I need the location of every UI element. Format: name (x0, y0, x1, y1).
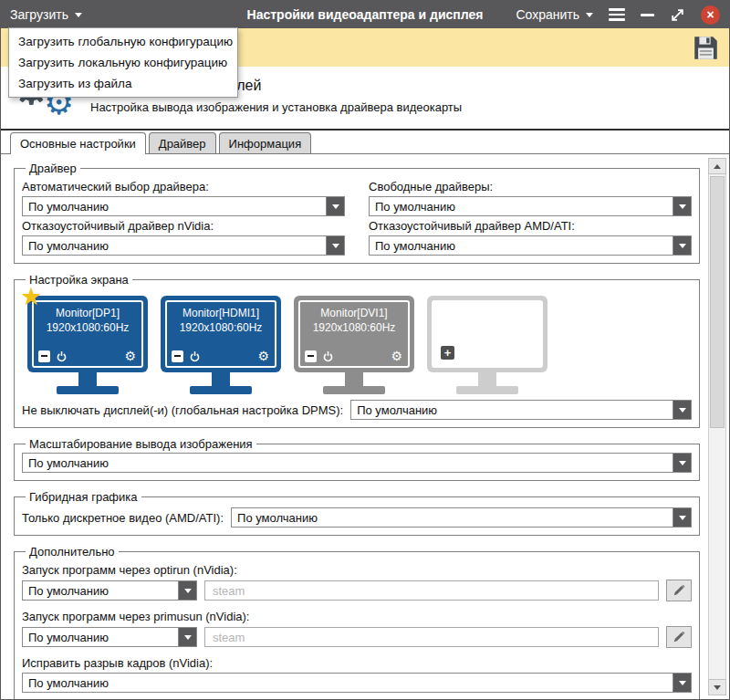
monitor-base (456, 386, 518, 394)
chevron-down-icon (75, 13, 82, 17)
monitor-dvi1[interactable]: Monitor[DVI1] 1920x1080:60Hz ⚙ (294, 296, 414, 394)
titlebar: Настройки видеоадаптера и дисплея Загруз… (1, 1, 729, 28)
monitor-base (190, 386, 252, 394)
free-drivers-label: Свободные драйверы: (369, 180, 692, 193)
save-menu-button[interactable]: Сохранить (516, 7, 593, 22)
dpms-label: Не выключать дисплей(-и) (глобальная нас… (22, 403, 343, 417)
hybrid-group-legend: Гибридная графика (26, 490, 141, 504)
scroll-down-icon[interactable] (708, 679, 726, 695)
load-menu-button[interactable]: Загрузить (10, 7, 82, 22)
monitor-dp1[interactable]: ★ Monitor[DP1] 1920x1080:60Hz (27, 296, 148, 394)
nvidia-fallback-value: По умолчанию (23, 236, 326, 255)
menu-item-load-from-file[interactable]: Загрузить из файла (9, 73, 237, 94)
chevron-down-icon[interactable] (673, 197, 691, 215)
driver-group-legend: Драйвер (26, 162, 80, 175)
extra-group: Дополнительно Запуск программ через opti… (14, 545, 700, 699)
close-icon[interactable]: × (701, 5, 720, 25)
optirun-label: Запуск программ через optirun (nVidia): (22, 563, 692, 577)
tab-bar: Основные настройки Драйвер Информация (1, 131, 729, 154)
monitor-resolution: 1920x1080:60Hz (167, 321, 275, 334)
optirun-programs-input[interactable] (204, 580, 659, 601)
scroll-up-icon[interactable] (708, 158, 726, 174)
scaling-group: Масштабирование вывода изображения По ум… (14, 437, 700, 481)
monitor-stand (212, 372, 230, 386)
discrete-video-label: Только дискретное видео (AMD/ATI): (22, 511, 224, 525)
auto-driver-label: Автоматический выбор драйвера: (22, 180, 345, 193)
discrete-video-value: По умолчанию (232, 508, 673, 527)
primusrun-programs-input[interactable] (204, 627, 659, 647)
free-drivers-value: По умолчанию (370, 197, 673, 215)
chevron-down-icon[interactable] (673, 236, 691, 255)
tab-info[interactable]: Информация (219, 132, 312, 153)
menu-item-load-global-config[interactable]: Загрузить глобальную конфигурацию (9, 31, 237, 52)
discrete-video-combobox[interactable]: По умолчанию (231, 507, 692, 528)
edit-pencil-icon[interactable] (666, 626, 692, 648)
monitor-stand (345, 372, 363, 386)
tearing-value: По умолчанию (23, 674, 673, 692)
chevron-down-icon[interactable] (673, 401, 691, 419)
chevron-down-icon[interactable] (673, 454, 691, 472)
chevron-down-icon[interactable] (326, 197, 344, 215)
maximize-icon[interactable] (670, 7, 685, 23)
monitor-add-slot[interactable]: + (427, 296, 548, 394)
monitor-remove-icon[interactable] (172, 350, 183, 362)
primusrun-combobox[interactable]: По умолчанию (22, 627, 197, 647)
vertical-scrollbar[interactable] (708, 158, 726, 695)
save-floppy-icon[interactable] (692, 34, 720, 62)
dpms-value: По умолчанию (351, 401, 673, 419)
amd-fallback-value: По умолчанию (370, 236, 673, 255)
save-menu-label: Сохранить (516, 7, 579, 22)
dpms-combobox[interactable]: По умолчанию (350, 400, 692, 420)
edit-pencil-icon[interactable] (666, 580, 692, 601)
load-menu-label: Загрузить (10, 7, 68, 22)
monitor-name: Monitor[DVI1] (300, 307, 408, 319)
monitor-base (57, 386, 119, 394)
monitor-settings-gear-icon[interactable]: ⚙ (391, 350, 402, 362)
power-icon[interactable] (56, 350, 68, 362)
monitor-resolution: 1920x1080:60Hz (34, 321, 141, 334)
nvidia-fallback-label: Отказоустойчивый драйвер nVidia: (22, 219, 345, 233)
chevron-down-icon[interactable] (673, 508, 691, 527)
auto-driver-combobox[interactable]: По умолчанию (22, 196, 345, 216)
minimize-icon[interactable] (641, 14, 654, 16)
chevron-down-icon[interactable] (178, 628, 196, 646)
scrollbar-thumb[interactable] (710, 176, 725, 428)
scaling-group-legend: Масштабирование вывода изображения (26, 437, 256, 451)
monitor-settings-gear-icon[interactable]: ⚙ (257, 350, 269, 362)
tab-driver[interactable]: Драйвер (149, 132, 216, 153)
power-icon[interactable] (189, 350, 201, 362)
monitor-name: Monitor[DP1] (34, 307, 141, 319)
monitor-remove-icon[interactable] (38, 350, 50, 362)
monitor-stand (478, 372, 496, 386)
primary-star-icon: ★ (20, 284, 42, 308)
monitor-settings-gear-icon[interactable]: ⚙ (124, 350, 136, 362)
monitor-resolution: 1920x1080:60Hz (300, 321, 408, 334)
menu-item-load-local-config[interactable]: Загрузить локальную конфигурацию (9, 52, 237, 73)
chevron-down-icon[interactable] (673, 674, 691, 692)
driver-group: Драйвер Автоматический выбор драйвера: П… (14, 162, 700, 264)
scaling-combobox[interactable]: По умолчанию (22, 453, 692, 473)
main-content: Драйвер Автоматический выбор драйвера: П… (1, 154, 729, 699)
tab-main-settings[interactable]: Основные настройки (10, 132, 146, 154)
primusrun-value: По умолчанию (23, 628, 178, 646)
amd-fallback-combobox[interactable]: По умолчанию (369, 235, 692, 256)
load-dropdown-menu: Загрузить глобальную конфигурацию Загруз… (8, 27, 238, 98)
free-drivers-combobox[interactable]: По умолчанию (369, 196, 692, 216)
hamburger-menu-icon[interactable] (609, 8, 625, 21)
chevron-down-icon (586, 13, 593, 17)
hybrid-group: Гибридная графика Только дискретное виде… (14, 490, 700, 536)
power-icon[interactable] (322, 350, 334, 362)
monitor-base (323, 386, 385, 394)
amd-fallback-label: Отказоустойчивый драйвер AMD/ATI: (369, 219, 692, 233)
optirun-combobox[interactable]: По умолчанию (22, 580, 197, 601)
titlebar-controls: Сохранить × (516, 5, 720, 25)
chevron-down-icon[interactable] (326, 236, 344, 255)
monitor-add-icon[interactable]: + (441, 346, 454, 360)
chevron-down-icon[interactable] (178, 581, 196, 600)
monitor-hdmi1[interactable]: Monitor[HDMI1] 1920x1080:60Hz ⚙ (161, 296, 281, 394)
tearing-combobox[interactable]: По умолчанию (22, 673, 692, 693)
optirun-value: По умолчанию (23, 581, 178, 600)
scaling-value: По умолчанию (23, 454, 673, 472)
nvidia-fallback-combobox[interactable]: По умолчанию (22, 235, 345, 256)
monitor-remove-icon[interactable] (305, 350, 317, 362)
